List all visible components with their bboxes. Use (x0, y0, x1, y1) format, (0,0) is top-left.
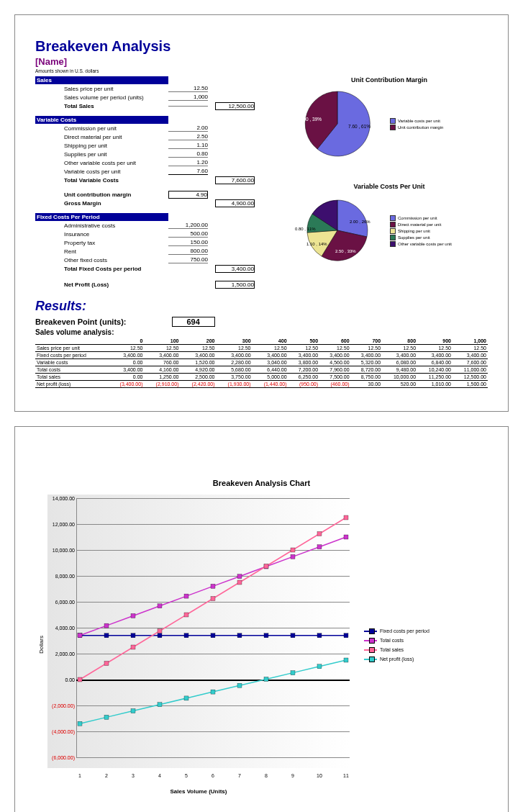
x-axis-label: Sales Volume (Units) (47, 788, 350, 795)
line-item: Direct material per unit2.50 (35, 132, 280, 141)
breakeven-row: Breakeven Point (units): 694 (35, 317, 488, 327)
section-fixed-costs: Fixed Costs Per Period (35, 213, 168, 221)
svg-rect-33 (78, 721, 82, 726)
svg-rect-3 (158, 633, 162, 638)
svg-rect-29 (264, 564, 268, 569)
svg-rect-10 (344, 633, 348, 638)
pie2-slice-1-label: 2.50 , 33% (335, 249, 356, 253)
svg-rect-2 (131, 633, 135, 638)
pie2-slice-0-label: 2.00 , 26% (350, 220, 370, 224)
pie1-slice-1-label: 4.90 , 39% (299, 117, 322, 122)
table-row: Total sales0.001,250.002,500.003,750.005… (35, 374, 488, 381)
svg-rect-1 (104, 633, 109, 638)
left-column: Sales Sales price per unit12.50Sales vol… (35, 76, 280, 289)
ucm-value: 4.90 (168, 191, 208, 199)
table-row: Sales price per unit12.5012.5012.5012.50… (35, 345, 488, 352)
line-item: Sales volume per period (units)1,000 (35, 93, 280, 102)
svg-rect-4 (184, 633, 188, 638)
svg-rect-13 (131, 613, 135, 618)
svg-rect-5 (211, 633, 215, 638)
svg-rect-6 (237, 633, 242, 638)
right-charts: Unit Contribution Margin 7.60 , 61% 4.90… (280, 76, 488, 289)
svg-rect-26 (184, 613, 188, 617)
svg-rect-30 (291, 548, 295, 552)
section-sales: Sales (35, 76, 168, 84)
total-fixed-label: Total Fixed Costs per period (35, 266, 168, 272)
doc-name: [Name] (35, 56, 488, 67)
svg-rect-23 (104, 662, 109, 666)
total-sales-value: 12,500.00 (215, 102, 255, 110)
svg-rect-21 (344, 535, 348, 539)
svg-rect-24 (131, 645, 135, 649)
sva-title: Sales volume analysis: (35, 328, 488, 336)
total-sales-label: Total Sales (35, 103, 168, 109)
pie1-title: Unit Contribution Margin (291, 76, 488, 84)
table-row: Fixed costs per period3,400.003,400.003,… (35, 352, 488, 359)
pie2-chart: 2.00 , 26% 2.50 , 33% 1.10 , 14% 0.80 , … (291, 194, 384, 268)
pie1-slice-0-label: 7.60 , 61% (348, 124, 370, 129)
total-varcost-value: 7,600.00 (215, 176, 255, 184)
line-chart-title: Breakeven Analysis Chart (35, 479, 488, 487)
svg-rect-7 (264, 633, 268, 638)
svg-rect-11 (78, 633, 82, 638)
svg-rect-22 (78, 677, 82, 682)
doc-title: Breakeven Analysis (35, 38, 488, 55)
table-row: Variable costs0.00760.001,520.002,280.00… (35, 359, 488, 366)
svg-rect-43 (344, 658, 348, 662)
bp-label: Breakeven Point (units): (35, 317, 127, 326)
svg-rect-31 (317, 532, 322, 536)
line-item: Sales price per unit12.50 (35, 84, 280, 93)
svg-rect-12 (104, 623, 109, 628)
bp-value: 694 (172, 317, 215, 327)
table-row: Total costs3,400.004,160.004,920.005,680… (35, 366, 488, 374)
svg-rect-42 (317, 664, 322, 669)
y-axis-label: Dollars (35, 495, 47, 795)
svg-rect-38 (211, 690, 215, 694)
total-varcost-label: Total Variable Costs (35, 177, 168, 184)
page-1: Breakeven Analysis [Name] Amounts shown … (14, 14, 509, 412)
svg-rect-39 (237, 683, 242, 687)
line-item: Commission per unit2.00 (35, 124, 280, 132)
svg-rect-41 (291, 671, 295, 675)
line-item: Other variable costs per unit1.20 (35, 158, 280, 167)
total-fixed-value: 3,400.00 (215, 265, 255, 273)
svg-rect-36 (158, 703, 162, 707)
table-row: Net profit (loss)(3,400.00)(2,910.00)(2,… (35, 381, 488, 388)
line-item: Insurance500.00 (35, 230, 280, 238)
line-item: Rent800.00 (35, 247, 280, 256)
svg-rect-16 (211, 584, 215, 588)
results-title: Results: (35, 299, 488, 314)
svg-rect-19 (291, 554, 295, 559)
var-perunit-value: 7.60 (168, 168, 208, 175)
net-profit-label: Net Profit (Loss) (35, 281, 168, 288)
svg-rect-25 (158, 629, 162, 633)
svg-rect-17 (237, 574, 242, 579)
svg-rect-40 (264, 677, 268, 681)
svg-rect-32 (344, 515, 348, 520)
page-2: Breakeven Analysis Chart Dollars (6,000.… (14, 426, 509, 812)
svg-rect-15 (184, 594, 188, 598)
svg-rect-35 (131, 709, 135, 713)
svg-rect-8 (291, 633, 295, 638)
currency-note: Amounts shown in U.S. dollars (35, 68, 488, 73)
gm-value: 4,900.00 (215, 199, 255, 207)
line-item: Administrative costs1,200.00 (35, 221, 280, 230)
gm-label: Gross Margin (35, 200, 168, 207)
net-profit-value: 1,500.00 (215, 281, 255, 289)
var-perunit-label: Variable costs per unit (35, 168, 168, 175)
svg-rect-20 (317, 545, 322, 549)
pie1-legend: Variable costs per unit Unit contributio… (390, 118, 443, 131)
svg-rect-28 (237, 580, 242, 585)
line-item: Shipping per unit1.10 (35, 141, 280, 150)
svg-rect-37 (184, 696, 188, 700)
pie2-title: Variable Costs Per Unit (291, 183, 488, 190)
ucm-label: Unit contribution margin (35, 191, 168, 198)
line-item: Other fixed costs750.00 (35, 256, 280, 264)
section-variable-costs: Variable Costs (35, 116, 168, 124)
line-item: Property tax150.00 (35, 238, 280, 247)
line-chart-legend: Fixed costs per periodTotal costsTotal s… (350, 624, 429, 666)
pie2-legend: Commission per unitDirect material per u… (390, 215, 452, 248)
svg-rect-14 (158, 604, 162, 608)
line-item: Supplies per unit0.80 (35, 150, 280, 158)
line-chart: Dollars (6,000.00)(4,000.00)(2,000.00)0.… (35, 495, 488, 795)
